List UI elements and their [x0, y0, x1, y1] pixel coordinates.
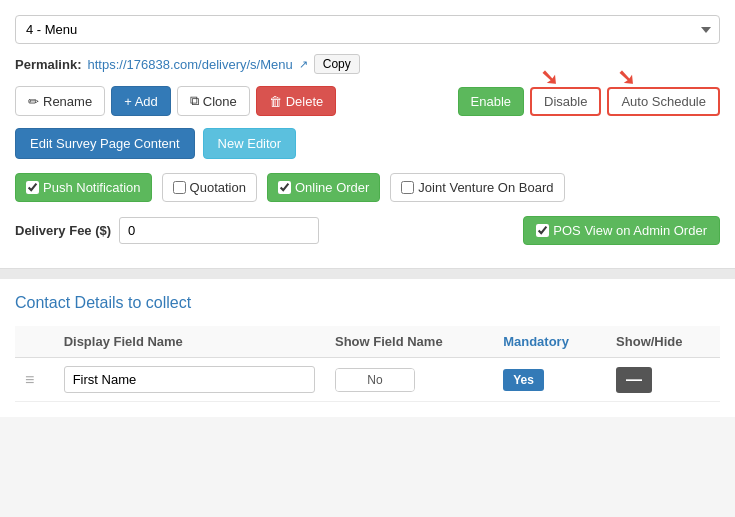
mandatory-toggle[interactable]: Yes	[503, 369, 596, 391]
col-mandatory: Mandatory	[493, 326, 606, 358]
contact-table: Display Field Name Show Field Name Manda…	[15, 326, 720, 402]
mandatory-cell: Yes	[493, 358, 606, 402]
table-header-row: Display Field Name Show Field Name Manda…	[15, 326, 720, 358]
permalink-label: Permalink:	[15, 57, 81, 72]
display-field-input[interactable]	[64, 366, 315, 393]
permalink-link[interactable]: https://176838.com/delivery/s/Menu	[87, 57, 292, 72]
quotation-checkbox[interactable]	[173, 181, 186, 194]
clone-button[interactable]: ⧉ Clone	[177, 86, 250, 116]
drag-handle-cell: ≡	[15, 358, 54, 402]
col-drag	[15, 326, 54, 358]
table-row: ≡ No Yes —	[15, 358, 720, 402]
copy-button[interactable]: Copy	[314, 54, 360, 74]
online-order-checkbox[interactable]	[278, 181, 291, 194]
push-notification-checkbox[interactable]	[26, 181, 39, 194]
arrow-down-right: ➘	[617, 65, 635, 91]
col-show-hide: Show/Hide	[606, 326, 720, 358]
toggle-no-label: No	[336, 369, 414, 391]
disable-button[interactable]: Disable	[530, 87, 601, 116]
show-field-cell: No	[325, 358, 493, 402]
show-hide-cell: —	[606, 358, 720, 402]
show-hide-button[interactable]: —	[616, 367, 652, 393]
mandatory-yes-label[interactable]: Yes	[503, 369, 544, 391]
delete-button[interactable]: 🗑 Delete	[256, 86, 337, 116]
section-divider	[0, 269, 735, 279]
external-link-icon: ↗	[299, 58, 308, 71]
quotation-checkbox-item[interactable]: Quotation	[162, 173, 257, 202]
clone-icon: ⧉	[190, 93, 199, 109]
pos-view-button[interactable]: POS View on Admin Order	[523, 216, 720, 245]
arrow-down-left: ➘	[540, 65, 558, 91]
joint-venture-checkbox[interactable]	[401, 181, 414, 194]
pencil-icon: ✏	[28, 94, 39, 109]
edit-survey-button[interactable]: Edit Survey Page Content	[15, 128, 195, 159]
show-field-toggle[interactable]: No	[335, 368, 415, 392]
enable-button[interactable]: Enable	[458, 87, 524, 116]
push-notification-checkbox-item[interactable]: Push Notification	[15, 173, 152, 202]
col-show-field: Show Field Name	[325, 326, 493, 358]
delivery-fee-label: Delivery Fee ($)	[15, 223, 111, 238]
contact-section-title: Contact Details to collect	[15, 294, 720, 312]
pos-view-checkbox[interactable]	[536, 224, 549, 237]
online-order-checkbox-item[interactable]: Online Order	[267, 173, 380, 202]
rename-button[interactable]: ✏ Rename	[15, 86, 105, 116]
trash-icon: 🗑	[269, 94, 282, 109]
add-button[interactable]: + Add	[111, 86, 171, 116]
drag-handle-icon[interactable]: ≡	[25, 371, 34, 388]
delivery-fee-input[interactable]	[119, 217, 319, 244]
col-display-field: Display Field Name	[54, 326, 325, 358]
joint-venture-checkbox-item[interactable]: Joint Venture On Board	[390, 173, 564, 202]
menu-select[interactable]: 4 - Menu	[15, 15, 720, 44]
auto-schedule-button[interactable]: Auto Schedule	[607, 87, 720, 116]
display-field-cell	[54, 358, 325, 402]
new-editor-button[interactable]: New Editor	[203, 128, 297, 159]
